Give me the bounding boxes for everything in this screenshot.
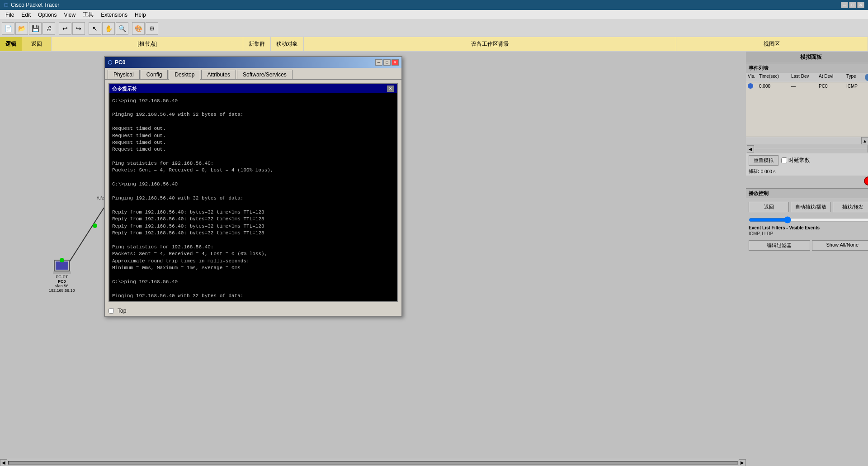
- top-label: Top: [118, 308, 126, 314]
- top-checkbox[interactable]: [108, 308, 114, 314]
- record-button[interactable]: [864, 176, 868, 185]
- scroll-left-btn[interactable]: ◀: [0, 459, 7, 466]
- event-list-label: 事件列表: [749, 65, 769, 71]
- custom-button[interactable]: ⚙: [146, 22, 158, 35]
- nav-new-group[interactable]: 新集群: [243, 37, 271, 51]
- tab-software-services[interactable]: Software/Services: [237, 70, 292, 79]
- event-table-header: Vis. Time(sec) Last Dev At Devi Type i: [746, 73, 868, 82]
- col-at-dev: At Devi: [819, 74, 846, 81]
- toolbar: 📄 📂 💾 🖨 ↩ ↪ ↖ ✋ 🔍 🎨 ⚙: [0, 20, 868, 37]
- canvas-hscrollbar[interactable]: ◀ ▶: [0, 459, 746, 466]
- event-filters-section: Event List Filters - Visible Events ICMP…: [746, 224, 868, 238]
- event-filters-label: Event List Filters - Visible Events: [749, 225, 868, 230]
- dialog-content: 命令提示符 ✕ Packets: Sent = 4, Received = 4,…: [105, 80, 401, 306]
- scroll-right-btn[interactable]: ▶: [739, 459, 746, 466]
- menu-view[interactable]: View: [60, 11, 79, 19]
- dialog-close-btn[interactable]: ✕: [392, 59, 399, 66]
- info-icon[interactable]: i: [865, 74, 868, 81]
- event-scroll-up[interactable]: ▲: [861, 137, 868, 144]
- time-delay-label: 时延常数: [788, 157, 810, 164]
- nav-logic[interactable]: 逻辑: [0, 37, 22, 51]
- cmd-body[interactable]: Packets: Sent = 4, Received = 4, Lost = …: [109, 93, 397, 301]
- menu-file[interactable]: File: [2, 11, 18, 19]
- playback-controls: 返回 自动捕获/播放 捕获/转发: [746, 200, 868, 214]
- playback-section-header: 播放控制: [746, 188, 868, 198]
- right-panel: 模拟面板 事件列表 Vis. Time(sec) Last Dev At Dev…: [746, 52, 868, 466]
- maximize-button[interactable]: □: [849, 2, 856, 8]
- edit-filter-btn[interactable]: 编辑过滤器: [749, 240, 810, 251]
- select-button[interactable]: ↖: [89, 22, 101, 35]
- menu-tools[interactable]: 工具: [79, 10, 97, 19]
- event-vis-dot: [748, 83, 753, 89]
- col-last-dev: Last Dev: [791, 74, 818, 81]
- canvas-area[interactable]: f0/20 f0/2 f0 f0/11 f0/10 vlan 56 66的模拟网…: [0, 52, 746, 459]
- open-button[interactable]: 📂: [15, 22, 28, 35]
- reset-simulation-btn[interactable]: 重置模拟: [749, 155, 778, 166]
- collapse-left-btn[interactable]: ◀: [747, 145, 754, 152]
- event-type: ICMP: [846, 84, 864, 89]
- nav-bar: 逻辑 返回 [根节点] 新集群 移动对象 设备工作区背景 视图区: [0, 37, 868, 52]
- time-delay-checkbox[interactable]: [781, 157, 787, 163]
- event-list-scroll[interactable]: 0.000 — PC0 ICMP: [746, 82, 868, 137]
- filter-types: ICMP, LLDP: [749, 231, 868, 236]
- redo-button[interactable]: ↪: [72, 22, 85, 35]
- back-btn[interactable]: 返回: [749, 202, 789, 212]
- move-button[interactable]: ✋: [102, 22, 115, 35]
- nav-root: [根节点]: [52, 37, 243, 51]
- tab-desktop[interactable]: Desktop: [169, 70, 200, 80]
- dialog-controls: ─ □ ✕: [375, 59, 399, 66]
- event-row-0[interactable]: 0.000 — PC0 ICMP: [746, 82, 868, 90]
- event-last-dev: —: [791, 84, 818, 89]
- pc0-label: PC-PT PC0 vlan 56 192.168.56.10: [49, 275, 75, 293]
- save-button[interactable]: 💾: [29, 22, 42, 35]
- dialog-minimize-btn[interactable]: ─: [375, 59, 382, 66]
- menu-extensions[interactable]: Extensions: [97, 11, 131, 19]
- print-button[interactable]: 🖨: [42, 22, 55, 35]
- minimize-button[interactable]: ─: [841, 2, 848, 8]
- event-scroll-controls: ▲ ▼: [746, 137, 868, 144]
- right-panel-main: 模拟面板 事件列表 Vis. Time(sec) Last Dev At Dev…: [746, 52, 868, 466]
- close-button[interactable]: ✕: [857, 2, 864, 8]
- capture-time-area: 捕获: 0.000 s: [746, 167, 868, 176]
- menu-edit[interactable]: Edit: [18, 11, 34, 19]
- col-type: Type: [846, 74, 864, 81]
- menu-help[interactable]: Help: [131, 11, 150, 19]
- nav-device-workspace: 设备工作区背景: [304, 37, 676, 51]
- app-title: Cisco Packet Tracer: [11, 2, 59, 8]
- capture-label: 捕获:: [749, 168, 759, 175]
- undo-button[interactable]: ↩: [59, 22, 71, 35]
- record-area: [746, 176, 868, 186]
- auto-capture-btn[interactable]: 自动捕获/播放: [791, 202, 831, 212]
- new-button[interactable]: 📄: [2, 22, 14, 35]
- separator-line: [754, 149, 868, 149]
- nav-move-object[interactable]: 移动对象: [271, 37, 304, 51]
- dialog-title-text: ⬡ PC0: [108, 59, 125, 66]
- time-delay-area: 时延常数: [781, 157, 810, 164]
- pc0-device[interactable]: PC-PT PC0 vlan 56 192.168.56.10: [49, 260, 75, 293]
- svg-point-6: [93, 223, 97, 228]
- tab-config[interactable]: Config: [141, 70, 168, 79]
- tab-attributes[interactable]: Attributes: [201, 70, 236, 79]
- dialog-footer: Top: [105, 306, 401, 316]
- dialog-titlebar: ⬡ PC0 ─ □ ✕: [105, 57, 401, 68]
- cmd-close-btn[interactable]: ✕: [387, 86, 394, 92]
- panel-separator: ◀ ▶: [746, 144, 868, 153]
- event-time: 0.000: [759, 84, 791, 89]
- nav-view-area: 视图区: [676, 37, 868, 51]
- tab-physical[interactable]: Physical: [108, 70, 140, 79]
- capture-transfer-btn[interactable]: 捕获/转发: [833, 202, 868, 212]
- dialog-maximize-btn[interactable]: □: [383, 59, 391, 66]
- show-all-btn[interactable]: Show All/None: [812, 240, 868, 251]
- capture-value: 0.000 s: [761, 169, 776, 174]
- pco-dialog: ⬡ PC0 ─ □ ✕ Physical Config Desktop Attr…: [104, 56, 402, 317]
- palette-button[interactable]: 🎨: [132, 22, 145, 35]
- nav-back[interactable]: 返回: [22, 37, 52, 51]
- app-logo: ⬡: [4, 2, 8, 8]
- menu-options[interactable]: Options: [34, 11, 60, 19]
- playback-slider[interactable]: [749, 218, 868, 222]
- reset-area: 重置模拟 时延常数: [746, 153, 868, 167]
- zoom-in-button[interactable]: 🔍: [116, 22, 128, 35]
- scroll-track[interactable]: [8, 461, 738, 465]
- event-at-dev: PC0: [819, 84, 846, 89]
- cmd-title-text: 命令提示符: [112, 86, 137, 92]
